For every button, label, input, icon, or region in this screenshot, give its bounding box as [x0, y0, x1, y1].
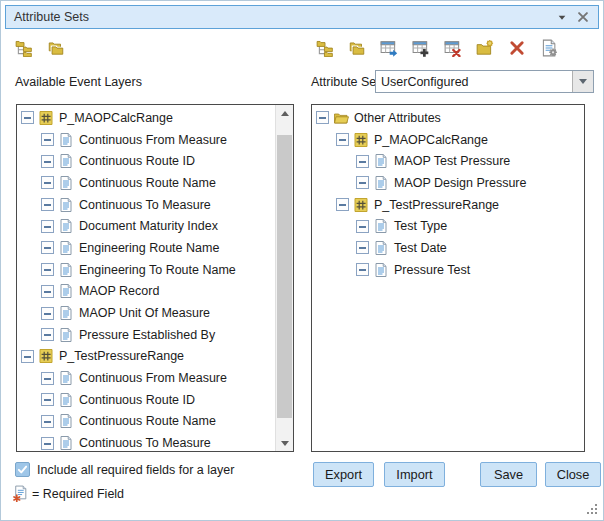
titlebar[interactable]: Attribute Sets	[5, 5, 599, 29]
tree-item-label: P_TestPressureRange	[374, 198, 499, 212]
available-event-layers-tree: P_MAOPCalcRange Continuous From Measure …	[17, 105, 293, 451]
expand-attributes-tree-icon[interactable]	[316, 39, 334, 57]
field-icon	[58, 283, 74, 299]
tree-item[interactable]: Continuous Route ID	[17, 389, 293, 411]
tree-item-label: Test Date	[394, 241, 447, 255]
tree-item[interactable]: P_TestPressureRange	[17, 346, 293, 368]
tree-item[interactable]: MAOP Test Pressure	[312, 150, 584, 172]
tree-item[interactable]: Continuous Route Name	[17, 172, 293, 194]
tree-item[interactable]: Other Attributes	[312, 107, 584, 129]
collapse-expander-icon[interactable]	[41, 372, 54, 385]
collapse-expander-icon[interactable]	[41, 415, 54, 428]
event-layer-icon	[38, 348, 54, 364]
field-icon	[58, 175, 74, 191]
collapse-expander-icon[interactable]	[41, 176, 54, 189]
tree-item[interactable]: Pressure Established By	[17, 324, 293, 346]
scroll-down-icon[interactable]	[276, 435, 293, 451]
tree-item[interactable]: P_MAOPCalcRange	[312, 129, 584, 151]
collapse-expander-icon[interactable]	[41, 437, 54, 450]
required-field-icon-slot	[11, 484, 28, 501]
tree-item[interactable]: Document Maturity Index	[17, 215, 293, 237]
collapse-expander-icon[interactable]	[41, 393, 54, 406]
import-button[interactable]: Import	[384, 462, 445, 487]
include-required-checkbox[interactable]	[15, 462, 30, 477]
tree-item[interactable]: Continuous Route Name	[17, 411, 293, 433]
collapse-expander-icon[interactable]	[41, 328, 54, 341]
tree-item-label: Continuous To Measure	[79, 436, 211, 450]
collapse-expander-icon[interactable]	[41, 263, 54, 276]
scrollbar-thumb[interactable]	[277, 135, 292, 418]
tree-item[interactable]: MAOP Design Pressure	[312, 172, 584, 194]
field-icon	[58, 435, 74, 451]
field-icon	[58, 153, 74, 169]
combo-dropdown-icon[interactable]	[572, 71, 593, 92]
close-button[interactable]: Close	[545, 462, 601, 487]
event-layer-icon	[353, 197, 369, 213]
collapse-expander-icon[interactable]	[41, 133, 54, 146]
delete-attribute-set-icon[interactable]	[508, 39, 526, 57]
tree-item[interactable]: Engineering To Route Name	[17, 259, 293, 281]
resize-grip[interactable]	[587, 504, 599, 516]
close-icon[interactable]	[576, 10, 590, 24]
field-icon	[373, 153, 389, 169]
left-tree-scrollbar[interactable]	[275, 105, 293, 451]
tree-item[interactable]: MAOP Unit Of Measure	[17, 302, 293, 324]
expand-layers-tree-icon[interactable]	[15, 39, 33, 57]
tree-item[interactable]: MAOP Record	[17, 281, 293, 303]
required-field-icon	[11, 484, 29, 502]
field-icon	[58, 132, 74, 148]
collapse-expander-icon[interactable]	[41, 155, 54, 168]
collapse-expander-icon[interactable]	[41, 241, 54, 254]
new-attribute-set-icon[interactable]	[476, 39, 494, 57]
collapse-expander-icon[interactable]	[41, 307, 54, 320]
right-toolbar	[316, 39, 558, 57]
collapse-expander-icon[interactable]	[356, 220, 369, 233]
attribute-set-value: UserConfigured	[376, 75, 572, 89]
save-button[interactable]: Save	[480, 462, 537, 487]
tree-item[interactable]: Continuous To Measure	[17, 432, 293, 451]
attribute-set-select[interactable]: UserConfigured	[375, 70, 594, 93]
tree-item[interactable]: Test Type	[312, 215, 584, 237]
tree-item[interactable]: Continuous From Measure	[17, 129, 293, 151]
collapse-expander-icon[interactable]	[21, 111, 34, 124]
collapse-expander-icon[interactable]	[356, 176, 369, 189]
collapse-expander-icon[interactable]	[336, 133, 349, 146]
tree-item-label: Pressure Test	[394, 263, 470, 277]
tree-item[interactable]: Continuous From Measure	[17, 367, 293, 389]
collapse-expander-icon[interactable]	[21, 350, 34, 363]
collapse-expander-icon[interactable]	[356, 155, 369, 168]
tree-item-label: Continuous Route Name	[79, 176, 216, 190]
remove-table-field-icon[interactable]	[444, 39, 462, 57]
tree-item-label: MAOP Design Pressure	[394, 176, 526, 190]
edit-table-icon[interactable]	[380, 39, 398, 57]
field-icon	[58, 413, 74, 429]
tree-item-label: Continuous Route Name	[79, 414, 216, 428]
window-title: Attribute Sets	[14, 10, 89, 24]
collapse-expander-icon[interactable]	[41, 198, 54, 211]
tree-item[interactable]: Continuous Route ID	[17, 150, 293, 172]
tree-item[interactable]: P_TestPressureRange	[312, 194, 584, 216]
tree-item[interactable]: Continuous To Measure	[17, 194, 293, 216]
add-table-field-icon[interactable]	[412, 39, 430, 57]
field-icon	[58, 392, 74, 408]
collapse-expander-icon[interactable]	[41, 285, 54, 298]
collapse-layers-tree-icon[interactable]	[47, 39, 65, 57]
collapse-expander-icon[interactable]	[356, 263, 369, 276]
export-button[interactable]: Export	[313, 462, 374, 487]
collapse-expander-icon[interactable]	[336, 198, 349, 211]
tree-item[interactable]: Test Date	[312, 237, 584, 259]
attribute-set-label: Attribute Set:	[311, 75, 383, 89]
field-icon	[58, 262, 74, 278]
collapse-attributes-tree-icon[interactable]	[348, 39, 366, 57]
collapse-expander-icon[interactable]	[356, 241, 369, 254]
tree-item-label: P_MAOPCalcRange	[374, 133, 488, 147]
tree-item[interactable]: Engineering Route Name	[17, 237, 293, 259]
scroll-up-icon[interactable]	[276, 105, 293, 121]
tree-item[interactable]: Pressure Test	[312, 259, 584, 281]
tree-item[interactable]: P_MAOPCalcRange	[17, 107, 293, 129]
attribute-set-report-icon[interactable]	[540, 39, 558, 57]
collapse-expander-icon[interactable]	[316, 111, 329, 124]
collapse-expander-icon[interactable]	[41, 220, 54, 233]
pane-options-caret-icon[interactable]	[555, 10, 569, 24]
tree-item-label: Test Type	[394, 219, 447, 233]
